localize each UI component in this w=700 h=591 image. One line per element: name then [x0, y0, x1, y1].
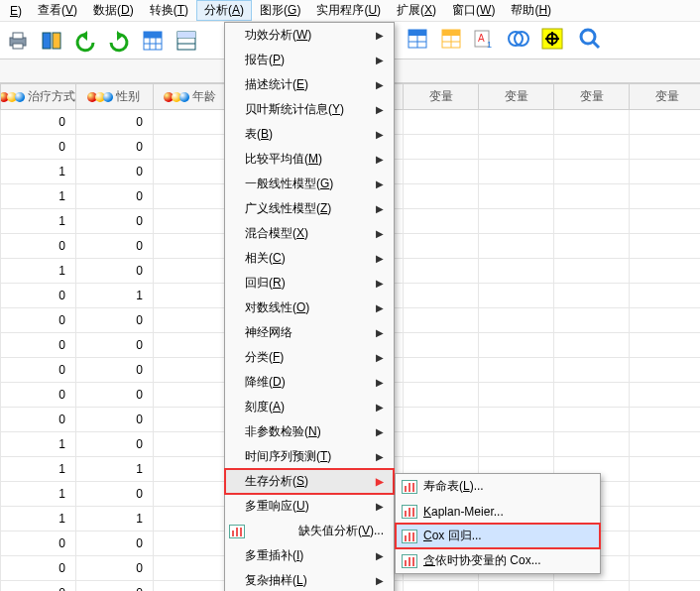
cell[interactable]	[554, 432, 630, 457]
cell[interactable]	[479, 308, 554, 333]
cell[interactable]	[630, 259, 701, 284]
cell[interactable]	[154, 532, 229, 556]
cell[interactable]	[630, 110, 701, 135]
cell[interactable]	[404, 234, 479, 259]
venn-icon[interactable]	[505, 25, 532, 53]
cell[interactable]: 0	[76, 308, 154, 333]
grid1-icon[interactable]	[139, 27, 167, 55]
menu-item[interactable]: 实用程序(U)	[308, 0, 389, 21]
cell[interactable]	[154, 259, 229, 284]
cell[interactable]: 0	[76, 160, 154, 184]
menu-item[interactable]: 复杂抽样(L)▶	[225, 568, 394, 591]
cell[interactable]	[630, 209, 701, 234]
cell[interactable]	[630, 308, 701, 333]
column-header[interactable]: 年龄	[154, 84, 229, 110]
cell[interactable]: 1	[1, 160, 76, 184]
menu-item[interactable]: 非参数检验(N)▶	[225, 419, 394, 444]
cell[interactable]	[404, 284, 479, 308]
cell[interactable]	[479, 184, 554, 209]
cell[interactable]: 0	[1, 110, 76, 135]
cell[interactable]	[630, 135, 701, 160]
menu-item[interactable]: 时间序列预测(T)▶	[225, 444, 394, 469]
grid2-icon[interactable]	[173, 27, 200, 55]
cell[interactable]	[479, 408, 554, 432]
cell[interactable]	[554, 110, 630, 135]
menu-item[interactable]: 对数线性(O)▶	[225, 296, 394, 320]
cell[interactable]	[630, 284, 701, 308]
menu-item[interactable]: 混合模型(X)▶	[225, 221, 394, 246]
cell[interactable]	[479, 259, 554, 284]
cell[interactable]	[154, 358, 229, 383]
cell[interactable]: 1	[76, 507, 154, 532]
cell[interactable]: 0	[76, 432, 154, 457]
cell[interactable]	[154, 333, 229, 358]
cell[interactable]	[554, 234, 630, 259]
menu-item[interactable]: E)	[2, 2, 30, 20]
cell[interactable]: 0	[1, 581, 76, 592]
cell[interactable]	[154, 556, 229, 581]
cell[interactable]: 0	[1, 284, 76, 308]
menu-item[interactable]: 分类(F)▶	[225, 345, 394, 370]
cell[interactable]: 1	[1, 209, 76, 234]
cell[interactable]	[404, 308, 479, 333]
menu-item[interactable]: 相关(C)▶	[225, 246, 394, 271]
print-icon[interactable]	[4, 27, 32, 55]
cell[interactable]	[479, 234, 554, 259]
cell[interactable]	[630, 532, 701, 556]
cell[interactable]	[479, 209, 554, 234]
cell[interactable]	[404, 408, 479, 432]
submenu-item[interactable]: 含依时协变量的 Cox...	[396, 548, 600, 573]
cell[interactable]: 0	[76, 358, 154, 383]
search-icon[interactable]	[572, 25, 608, 53]
cell[interactable]	[554, 383, 630, 408]
cell[interactable]: 0	[76, 408, 154, 432]
menu-item[interactable]: 表(B)▶	[225, 122, 394, 147]
menu-item[interactable]: 刻度(A)▶	[225, 395, 394, 419]
cell[interactable]	[154, 507, 229, 532]
cell[interactable]	[554, 160, 630, 184]
cell[interactable]: 1	[1, 259, 76, 284]
menu-item[interactable]: 广义线性模型(Z)▶	[225, 196, 394, 221]
menu-item[interactable]: 描述统计(E)▶	[225, 72, 394, 97]
menu-item[interactable]: 缺失值分析(V)...	[225, 519, 394, 543]
menu-item[interactable]: 贝叶斯统计信息(Y)▶	[225, 97, 394, 122]
cell[interactable]: 1	[1, 184, 76, 209]
redo-icon[interactable]	[105, 27, 133, 55]
cell[interactable]: 1	[1, 482, 76, 507]
undo-icon[interactable]	[71, 27, 99, 55]
split-icon[interactable]	[38, 27, 65, 55]
cell[interactable]	[479, 135, 554, 160]
menu-item[interactable]: 生存分析(S)▶	[225, 469, 394, 494]
cell[interactable]	[630, 432, 701, 457]
cell[interactable]	[630, 507, 701, 532]
cell[interactable]	[154, 432, 229, 457]
cell[interactable]	[404, 209, 479, 234]
column-header[interactable]: 变量	[404, 84, 479, 110]
cell[interactable]: 0	[1, 135, 76, 160]
cell[interactable]	[630, 234, 701, 259]
grid3-icon[interactable]	[404, 25, 431, 53]
cell[interactable]: 1	[1, 432, 76, 457]
cell[interactable]	[630, 457, 701, 482]
cell[interactable]	[154, 383, 229, 408]
cell[interactable]	[479, 581, 554, 592]
cell[interactable]: 1	[1, 507, 76, 532]
cell[interactable]: 0	[76, 383, 154, 408]
cell[interactable]: 0	[76, 259, 154, 284]
cell[interactable]	[630, 160, 701, 184]
cell[interactable]: 0	[76, 532, 154, 556]
cell[interactable]	[554, 259, 630, 284]
cell[interactable]	[404, 135, 479, 160]
menu-item[interactable]: 功效分析(W)▶	[225, 23, 394, 48]
cell[interactable]	[154, 234, 229, 259]
cell[interactable]	[479, 284, 554, 308]
menu-item[interactable]: 回归(R)▶	[225, 271, 394, 296]
menu-item[interactable]: 神经网络▶	[225, 320, 394, 345]
cell[interactable]: 0	[76, 209, 154, 234]
target-icon[interactable]	[538, 25, 566, 53]
menu-item[interactable]: 图形(G)	[252, 0, 308, 21]
cell[interactable]	[404, 184, 479, 209]
cell[interactable]: 0	[1, 358, 76, 383]
cell[interactable]	[154, 209, 229, 234]
cell[interactable]	[554, 209, 630, 234]
